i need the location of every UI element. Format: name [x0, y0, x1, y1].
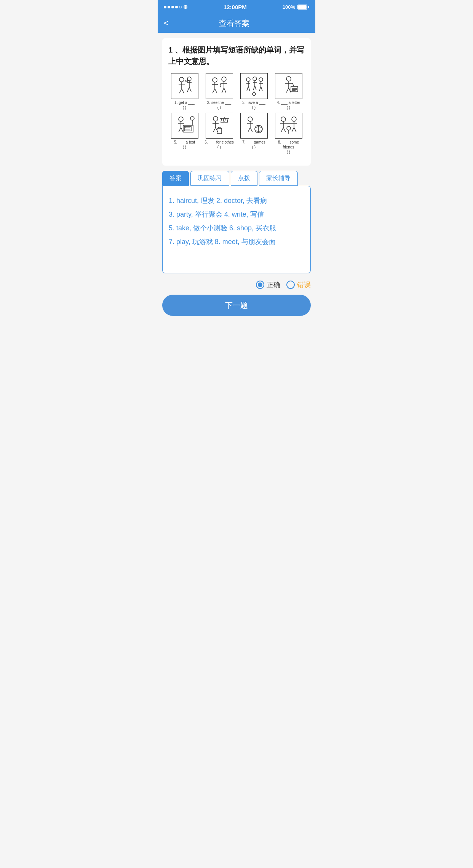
svg-rect-55: [184, 126, 191, 131]
svg-line-80: [283, 128, 286, 132]
svg-line-48: [292, 83, 294, 86]
answer-line-1: 1. haircut, 理发 2. doctor, 去看病: [169, 194, 304, 207]
svg-point-87: [287, 126, 291, 130]
tab-practice[interactable]: 巩固练习: [190, 171, 229, 186]
img-label-8: 8. ___ some friends: [272, 140, 305, 150]
svg-rect-68: [217, 128, 222, 134]
image-item-1: 1. get a ___ ( ): [168, 73, 201, 110]
img-box-2: [206, 73, 233, 99]
img-box-8: [275, 113, 302, 139]
status-right: 100%: [283, 4, 309, 10]
svg-line-84: [292, 128, 294, 132]
svg-line-15: [213, 89, 215, 93]
tabs-section: 答案 巩固练习 点拨 家长辅导: [162, 171, 311, 186]
svg-point-22: [246, 78, 250, 81]
svg-point-69: [248, 117, 252, 121]
back-button[interactable]: <: [164, 17, 172, 30]
page-title: 查看答案: [172, 18, 297, 29]
svg-line-35: [259, 86, 261, 91]
svg-line-20: [222, 88, 224, 93]
svg-line-85: [294, 128, 296, 132]
svg-line-79: [281, 128, 283, 132]
img-paren-4: ( ): [287, 105, 290, 110]
svg-line-64: [213, 128, 216, 132]
image-item-8: 8. ___ some friends ( ): [272, 113, 305, 154]
svg-line-52: [179, 128, 181, 132]
battery-percent: 100%: [283, 4, 295, 10]
svg-line-9: [189, 87, 191, 92]
img-paren-8: ( ): [287, 150, 290, 154]
svg-line-3: [179, 89, 182, 93]
svg-line-43: [289, 88, 291, 93]
image-item-5: 5. ___ a test ( ): [168, 113, 201, 154]
svg-point-32: [259, 78, 263, 81]
svg-line-26: [248, 86, 250, 91]
image-item-6: 6. ___ for clothes ( ): [203, 113, 235, 154]
svg-point-0: [179, 77, 184, 82]
svg-point-61: [213, 116, 218, 121]
dot1: [164, 6, 166, 8]
battery-icon: [297, 5, 309, 10]
svg-point-76: [281, 117, 286, 121]
img-label-2: 2. see the ___: [207, 100, 231, 105]
image-item-3: 3. have a ___ ( ): [238, 73, 270, 110]
wrong-label: 错误: [297, 280, 311, 289]
dot4: [175, 6, 178, 8]
img-label-3: 3. have a ___: [242, 100, 265, 105]
answer-box: 1. haircut, 理发 2. doctor, 去看病 3. party, …: [162, 186, 311, 273]
img-box-3: [240, 73, 268, 99]
answer-line-4: 7. play, 玩游戏 8. meet, 与朋友会面: [169, 235, 304, 249]
tab-parent[interactable]: 家长辅导: [259, 171, 298, 186]
img-label-5: 5. ___ a test: [174, 140, 195, 145]
svg-point-49: [179, 117, 183, 121]
img-box-7: [240, 113, 268, 139]
svg-line-73: [250, 128, 252, 132]
status-time: 12:00PM: [224, 4, 247, 10]
image-grid: 1. get a ___ ( ): [168, 73, 305, 154]
svg-point-81: [292, 117, 296, 121]
img-label-4: 4. ___ a letter: [277, 100, 300, 105]
image-item-4: 4. ___ a letter ( ): [272, 73, 305, 110]
question-content: 1 、根据图片填写短语所缺的单词，并写上中文意思。: [162, 38, 311, 166]
img-paren-7: ( ): [252, 145, 256, 149]
img-box-1: [171, 73, 198, 99]
dot5: [179, 6, 182, 8]
correct-option[interactable]: 正确: [256, 280, 280, 289]
img-paren-2: ( ): [217, 105, 221, 110]
wrong-option[interactable]: 错误: [286, 280, 311, 289]
dot2: [168, 6, 170, 8]
svg-line-16: [215, 89, 217, 93]
answer-line-3: 5. take, 做个小测验 6. shop, 买衣服: [169, 221, 304, 235]
next-button[interactable]: 下一题: [162, 295, 311, 316]
correct-radio[interactable]: [256, 281, 264, 289]
img-label-6: 6. ___ for clothes: [205, 140, 234, 145]
svg-line-42: [286, 88, 289, 93]
svg-line-31: [255, 86, 256, 90]
tabs-row: 答案 巩固练习 点拨 家长辅导: [162, 171, 311, 186]
answer-line-2: 3. party, 举行聚会 4. write, 写信: [169, 207, 304, 221]
svg-point-12: [213, 78, 217, 82]
answer-text: 1. haircut, 理发 2. doctor, 去看病 3. party, …: [169, 194, 304, 249]
svg-point-37: [252, 93, 256, 96]
svg-line-8: [187, 87, 189, 92]
svg-point-5: [187, 77, 191, 81]
svg-line-72: [248, 128, 250, 132]
svg-rect-44: [291, 86, 298, 92]
img-box-4: [275, 73, 302, 99]
wrong-radio[interactable]: [286, 281, 295, 289]
svg-point-39: [286, 77, 291, 81]
radio-row: 正确 错误: [162, 280, 311, 289]
img-paren-1: ( ): [183, 105, 186, 110]
wifi-icon: ⊜: [183, 4, 188, 10]
svg-line-4: [182, 89, 184, 93]
img-paren-6: ( ): [217, 145, 221, 149]
tab-hint[interactable]: 点拨: [231, 171, 257, 186]
svg-line-36: [261, 86, 262, 91]
svg-point-27: [253, 77, 257, 81]
svg-point-59: [190, 116, 194, 120]
img-paren-5: ( ): [183, 145, 186, 149]
tab-answer[interactable]: 答案: [162, 171, 189, 186]
svg-line-25: [247, 86, 248, 91]
img-label-7: 7. ___ games: [242, 140, 265, 145]
status-bar: ⊜ 12:00PM 100%: [158, 0, 315, 14]
